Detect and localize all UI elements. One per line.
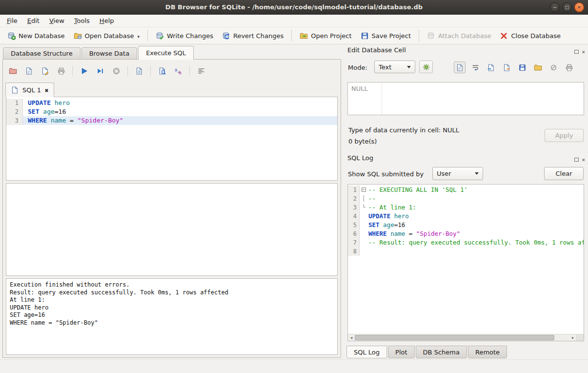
execute-current-line-button[interactable] [94,65,106,77]
code-line[interactable]: 6WHERE name = "Spider-Boy" [348,229,584,238]
code-line[interactable]: 7-- Result: query executed successfully.… [348,238,584,247]
menu-help[interactable]: Help [95,16,119,26]
set-null-icon [549,63,558,72]
dock-tab-sql-log[interactable]: SQL Log [346,346,387,358]
dock-tab-remote[interactable]: Remote [468,346,507,358]
menu-view[interactable]: View [44,16,69,26]
fold-margin [360,221,367,229]
results-grid[interactable] [6,183,338,276]
code-line[interactable]: 3└-- At line 1: [348,203,584,212]
toolbar-button-label: Open Database [85,32,134,40]
open-project-button[interactable]: Open Project [295,29,356,42]
mode-combobox[interactable]: Text [374,61,415,73]
cell-editor[interactable]: NULL [347,82,584,115]
scroll-left-icon[interactable]: ◀ [348,334,355,341]
tab-database-structure[interactable]: Database Structure [3,47,81,60]
sql-tab[interactable]: SQL 1 [5,83,54,97]
import-file-button[interactable] [485,62,497,73]
execute-all-button[interactable] [78,65,90,77]
horizontal-scrollbar[interactable]: ◀ ▶ [348,334,584,341]
code-line[interactable]: 5SET age=16 [348,221,584,229]
menu-edit[interactable]: Edit [22,16,44,26]
float-dock-icon[interactable] [574,158,579,162]
sql-log-filter-combobox[interactable]: User [432,167,483,180]
tab-browse-data[interactable]: Browse Data [81,47,138,60]
sql-log-view[interactable]: 1−-- EXECUTING ALL IN 'SQL 1'2│--3└-- At… [347,184,584,341]
close-icon[interactable] [574,2,584,12]
code-line[interactable]: 2SET age=16 [6,107,337,116]
new-database-button[interactable]: New Database [3,29,69,42]
scrollbar-track[interactable] [355,334,569,341]
code-line[interactable]: 1−-- EXECUTING ALL IN 'SQL 1' [348,186,584,194]
sql-file-icon [11,86,19,94]
window-title: DB Browser for SQLite - /home/user/code/… [165,3,423,11]
code-text: -- Result: query executed successfully. … [367,238,584,247]
save-sql-as-icon [41,67,49,75]
format-sql-button[interactable] [195,65,207,77]
maximize-icon[interactable] [562,2,572,12]
close-tab-icon[interactable] [44,86,48,94]
replace-button[interactable]: ab [172,65,184,77]
sql-log-filter-label: Show SQL submitted by [348,170,424,178]
revert-changes-button[interactable]: Revert Changes [218,29,288,42]
fold-marker: │ [360,194,367,203]
save-as-button[interactable] [516,62,528,73]
cell-size-info: 0 byte(s) [348,138,377,145]
tab-execute-sql[interactable]: Execute SQL [138,46,194,60]
open-database-button[interactable]: Open Database [69,29,144,42]
message-line: WHERE name = "Spider-Boy" [10,319,334,327]
dropdown-arrow-icon[interactable] [137,32,140,40]
close-dock-icon[interactable] [582,48,586,55]
code-line[interactable]: 1UPDATE hero [6,99,337,107]
stop-button[interactable] [110,65,122,77]
dock-tab-plot[interactable]: Plot [388,346,415,358]
clear-button[interactable]: Clear [544,167,584,180]
close-dock-icon[interactable] [582,156,586,163]
export-results-button[interactable] [133,65,145,77]
execution-message-area[interactable]: Execution finished without errors.Result… [6,278,338,355]
save-sql-as-button[interactable] [39,65,51,77]
load-file-button[interactable] [532,62,544,73]
code-line[interactable]: 4UPDATE hero [348,212,584,221]
toolbar-separator [72,66,73,76]
sql-editor-toolbar: ab [7,63,207,78]
open-sql-file-button[interactable] [7,65,19,77]
code-line[interactable]: 2│-- [348,194,584,203]
toolbar-separator [291,30,292,41]
fold-marker[interactable]: − [360,186,367,194]
message-line: At line 1: [10,296,334,304]
export-file-button[interactable] [501,62,512,73]
dock-tab-db-schema[interactable]: DB Schema [416,346,467,358]
code-line[interactable]: 8 [348,247,584,256]
minimize-icon[interactable] [550,2,560,12]
scrollbar-thumb[interactable] [355,335,554,340]
replace-icon: ab [174,67,182,75]
titlebar[interactable]: DB Browser for SQLite - /home/user/code/… [0,0,588,15]
chevron-down-icon [407,66,411,68]
svg-text:a: a [175,67,177,72]
sql-editor[interactable]: 1UPDATE hero2SET age=163WHERE name = "Sp… [6,97,338,181]
scroll-right-icon[interactable]: ▶ [569,334,576,341]
attach-database-button: Attach Database [423,29,495,42]
text-doc-button[interactable] [454,62,466,73]
save-project-button[interactable]: Save Project [356,29,416,42]
set-null-button[interactable] [547,62,559,73]
fold-marker: └ [360,203,367,212]
menu-file[interactable]: File [2,16,22,26]
code-line[interactable]: 3WHERE name = "Spider-Boy" [6,116,337,125]
print-button[interactable] [563,62,575,73]
find-button[interactable] [156,65,168,77]
auto-detect-button[interactable] [419,61,433,73]
close-database-icon [500,32,508,40]
menu-tools[interactable]: Tools [69,16,95,26]
write-changes-button[interactable]: Write Changes [151,29,218,42]
float-dock-icon[interactable] [574,50,579,54]
close-database-button[interactable]: Close Database [495,29,565,42]
new-database-icon [7,32,16,40]
print-button[interactable] [55,65,67,77]
save-sql-file-button[interactable] [23,65,35,77]
word-wrap-button[interactable] [469,62,481,73]
execute-current-line-icon [96,67,104,75]
chevron-down-icon [475,172,479,175]
toolbar-button-label: Open Project [311,32,351,40]
